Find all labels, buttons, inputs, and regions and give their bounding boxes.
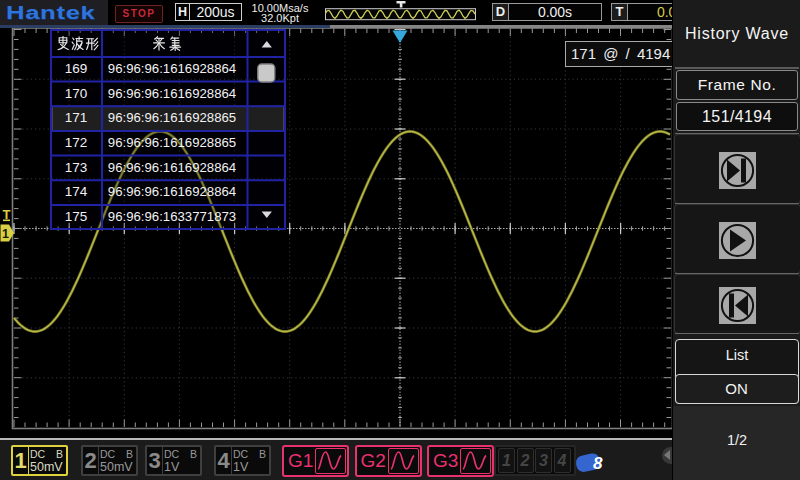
svg-text:1: 1 bbox=[2, 227, 9, 241]
svg-text:8: 8 bbox=[593, 453, 603, 472]
